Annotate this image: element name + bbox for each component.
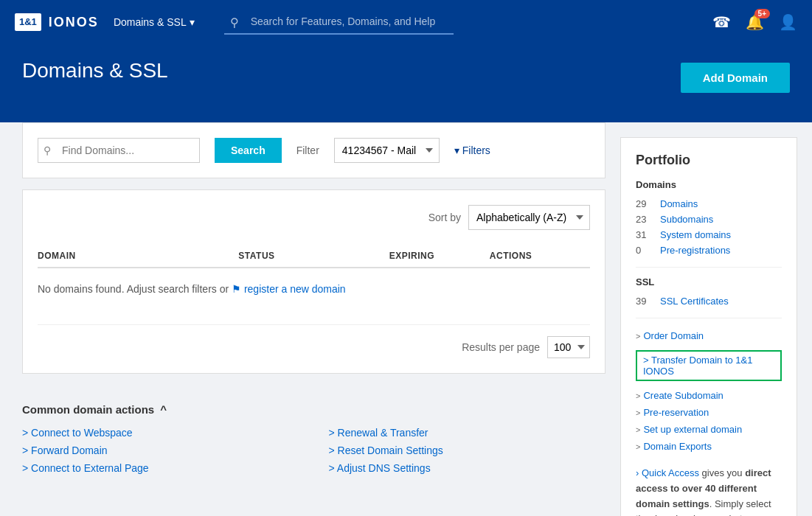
domain-search-input[interactable] <box>38 138 200 163</box>
common-actions-header: Common domain actions ^ <box>22 403 605 416</box>
chevron-prereservation: > <box>636 408 640 417</box>
register-domain-link[interactable]: register a new domain <box>232 283 346 295</box>
nav-search-bar: ⚲ <box>224 10 454 35</box>
sidebar-action-order: > Order Domain <box>636 327 782 344</box>
sidebar-divider-2 <box>636 318 782 318</box>
sidebar-action-transfer[interactable]: > Transfer Domain to 1&1 IONOS <box>636 347 782 384</box>
sidebar-link-domains[interactable]: Domains <box>660 198 698 209</box>
main-layout: ⚲ Search Filter 41234567 - Mail All ▾ Fi… <box>0 108 812 516</box>
chevron-external: > <box>636 425 640 434</box>
sidebar: Portfolio Domains 29 Domains 23 Subdomai… <box>620 137 797 516</box>
add-domain-button[interactable]: Add Domain <box>681 63 790 93</box>
action-renewal-transfer[interactable]: Renewal & Transfer <box>329 427 606 439</box>
sidebar-link-subdomains[interactable]: Subdomains <box>660 214 713 225</box>
sidebar-item-subdomains: 23 Subdomains <box>636 212 782 227</box>
search-button[interactable]: Search <box>215 138 282 163</box>
domain-search-icon: ⚲ <box>44 144 51 156</box>
sidebar-count-domains: 29 <box>636 198 654 209</box>
common-actions-title: Common domain actions <box>22 403 154 416</box>
sidebar-quick-access: › Quick Access gives you direct access t… <box>636 466 782 516</box>
sidebar-count-subdomains: 23 <box>636 214 654 225</box>
no-domains-text: No domains found. Adjust search filters … <box>38 283 229 295</box>
sidebar-action-create-subdomain: > Create Subdomain <box>636 387 782 404</box>
phone-icon[interactable]: ☎ <box>712 13 731 31</box>
action-connect-external[interactable]: Connect to External Page <box>22 462 299 474</box>
sidebar-link-prereg[interactable]: Pre-registrations <box>660 245 730 256</box>
sidebar-title: Portfolio <box>636 153 782 168</box>
sidebar-item-preregistrations: 0 Pre-registrations <box>636 243 782 258</box>
sidebar-link-ssl[interactable]: SSL Certificates <box>660 296 729 307</box>
user-icon[interactable]: 👤 <box>779 13 797 31</box>
action-reset-settings[interactable]: Reset Domain Settings <box>329 444 606 456</box>
sidebar-link-system-domains[interactable]: System domains <box>660 229 731 240</box>
col-status: STATUS <box>238 251 389 261</box>
filters-link[interactable]: ▾ Filters <box>454 144 490 156</box>
sidebar-ssl-label: SSL <box>636 276 782 287</box>
sidebar-link-domain-exports[interactable]: Domain Exports <box>643 441 711 452</box>
sidebar-item-system-domains: 31 System domains <box>636 227 782 243</box>
table-header: DOMAIN STATUS EXPIRING ACTIONS <box>38 245 590 268</box>
search-filter-box: ⚲ Search Filter 41234567 - Mail All ▾ Fi… <box>22 122 605 178</box>
common-actions-grid: Connect to Webspace Renewal & Transfer F… <box>22 427 605 474</box>
notification-icon[interactable]: 🔔 5+ <box>746 13 764 31</box>
notification-badge: 5+ <box>754 9 770 18</box>
nav-icons: ☎ 🔔 5+ 👤 <box>712 13 797 31</box>
brand-menu[interactable]: Domains & SSL ▾ <box>114 16 195 28</box>
filter-label: Filter <box>296 144 319 156</box>
brand-label: Domains & SSL <box>114 16 187 28</box>
results-label: Results per page <box>462 341 540 353</box>
sidebar-action-domain-exports: > Domain Exports <box>636 438 782 455</box>
sidebar-item-domains: 29 Domains <box>636 196 782 212</box>
no-domains-message: No domains found. Adjust search filters … <box>38 268 590 310</box>
nav-search-input[interactable] <box>224 10 454 35</box>
results-row: Results per page 100 10 25 50 <box>38 324 590 358</box>
sidebar-count-ssl: 39 <box>636 296 654 307</box>
sidebar-action-prereservation: > Pre-reservation <box>636 404 782 421</box>
col-expiring: EXPIRING <box>389 251 490 261</box>
chevron-exports: > <box>636 442 640 451</box>
sort-select[interactable]: Alphabetically (A-Z) Alphabetically (Z-A… <box>468 205 590 230</box>
common-actions: Common domain actions ^ Connect to Websp… <box>22 388 605 474</box>
sidebar-domains-label: Domains <box>636 179 782 190</box>
sidebar-count-system: 31 <box>636 229 654 240</box>
sidebar-link-external-domain[interactable]: Set up external domain <box>643 424 742 435</box>
sidebar-link-order-domain[interactable]: Order Domain <box>643 330 704 341</box>
page-title: Domains & SSL <box>22 59 168 83</box>
logo-box: 1&1 <box>15 13 41 31</box>
col-actions: ACTIONS <box>490 251 590 261</box>
brand-chevron: ▾ <box>190 16 195 28</box>
sidebar-item-ssl: 39 SSL Certificates <box>636 293 782 309</box>
results-select[interactable]: 100 10 25 50 <box>547 336 590 358</box>
right-wrap: Portfolio Domains 29 Domains 23 Subdomai… <box>620 108 812 516</box>
chevron-order: > <box>636 332 640 341</box>
sidebar-link-prereservation[interactable]: Pre-reservation <box>643 407 709 418</box>
nav-search-icon: ⚲ <box>230 15 239 29</box>
col-domain: DOMAIN <box>38 251 238 261</box>
quick-access-link[interactable]: › Quick Access <box>636 467 699 478</box>
action-connect-webspace[interactable]: Connect to Webspace <box>22 427 299 439</box>
domain-search-wrap: ⚲ <box>38 138 200 163</box>
sort-row: Sort by Alphabetically (A-Z) Alphabetica… <box>38 205 590 230</box>
sidebar-action-external-domain: > Set up external domain <box>636 421 782 438</box>
action-forward-domain[interactable]: Forward Domain <box>22 444 299 456</box>
sidebar-divider-1 <box>636 267 782 268</box>
content-area: ⚲ Search Filter 41234567 - Mail All ▾ Fi… <box>0 108 620 516</box>
action-adjust-dns[interactable]: Adjust DNS Settings <box>329 462 606 474</box>
sidebar-link-create-subdomain[interactable]: Create Subdomain <box>643 390 723 401</box>
common-actions-chevron[interactable]: ^ <box>160 403 167 416</box>
top-navigation: 1&1 IONOS Domains & SSL ▾ ⚲ ☎ 🔔 5+ 👤 <box>0 0 812 44</box>
sidebar-link-transfer-domain[interactable]: > Transfer Domain to 1&1 IONOS <box>636 350 782 381</box>
domain-table-box: Sort by Alphabetically (A-Z) Alphabetica… <box>22 189 605 374</box>
filter-select[interactable]: 41234567 - Mail All <box>334 138 440 163</box>
logo-ionos: IONOS <box>49 15 99 30</box>
sort-label: Sort by <box>428 212 461 223</box>
sidebar-count-prereg: 0 <box>636 245 654 256</box>
logo-area: 1&1 IONOS <box>15 13 99 31</box>
chevron-subdomain: > <box>636 391 640 400</box>
